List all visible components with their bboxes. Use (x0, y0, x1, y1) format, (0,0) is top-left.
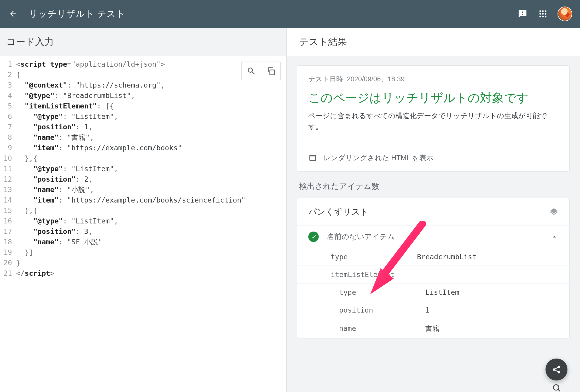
property-value: BreadcrumbList (417, 253, 477, 261)
svg-point-4 (542, 13, 544, 15)
unnamed-item-label: 名前のないアイテム (327, 232, 542, 242)
layers-icon (549, 207, 558, 216)
property-key: type (339, 288, 425, 296)
property-row: position1 (297, 301, 569, 319)
copy-icon (266, 67, 275, 76)
property-key: name (339, 324, 425, 332)
chevron-up-icon (550, 233, 558, 241)
results-title: テスト結果 (287, 28, 580, 56)
app-title: リッチリザルト テスト (29, 8, 517, 20)
svg-point-5 (545, 13, 547, 15)
detected-items-card: パンくずリスト 名前のないアイテム typeBreadcrumbListitem… (297, 198, 570, 338)
property-row: name書籍 (297, 319, 569, 338)
line-gutter: 123456789101112131415161718192021 (0, 59, 16, 279)
property-row: itemListElement (297, 266, 569, 284)
app-header: リッチリザルト テスト (0, 0, 580, 28)
detected-items-label: 検出されたアイテム数 (297, 172, 570, 192)
feedback-icon (518, 9, 527, 19)
property-row: typeBreadcrumbList (297, 248, 569, 266)
back-button[interactable] (8, 9, 18, 19)
property-value: 書籍 (425, 324, 439, 333)
svg-rect-9 (270, 70, 274, 75)
svg-point-11 (558, 366, 560, 368)
result-description: ページに含まれるすべての構造化データでリッチリザルトの生成が可能です。 (308, 111, 558, 132)
svg-point-8 (545, 16, 547, 18)
status-valid-icon (308, 232, 319, 242)
property-row: typeListItem (297, 284, 569, 301)
svg-point-7 (542, 16, 544, 18)
results-pane: テスト結果 テスト日時: 2020/09/06、18:39 このページはリッチリ… (286, 28, 580, 392)
search-bottom-icon (551, 383, 562, 392)
code-pane-title: コード入力 (0, 28, 286, 56)
svg-point-0 (540, 10, 541, 12)
feedback-button[interactable] (517, 8, 528, 20)
property-value: ListItem (425, 288, 459, 296)
editor-toolbar (241, 61, 281, 81)
search-icon (247, 66, 256, 76)
result-headline: このページはリッチリザルトの対象です (308, 89, 558, 107)
svg-point-2 (545, 10, 547, 12)
search-icon (552, 383, 561, 392)
copy-code-button[interactable] (261, 61, 280, 81)
svg-point-12 (553, 368, 555, 371)
web-page-icon (308, 153, 317, 162)
apps-button[interactable] (537, 8, 549, 20)
share-icon (552, 365, 561, 374)
header-actions (517, 7, 572, 21)
apps-icon (538, 9, 548, 19)
code-editor[interactable]: 123456789101112131415161718192021 <scrip… (0, 56, 286, 392)
svg-point-13 (558, 371, 560, 373)
search-code-button[interactable] (242, 61, 261, 81)
property-value: 1 (425, 306, 430, 314)
svg-point-14 (553, 385, 559, 390)
breadcrumb-group-title: パンくずリスト (308, 206, 369, 218)
svg-point-1 (542, 10, 544, 12)
editor-body: 123456789101112131415161718192021 <scrip… (0, 56, 286, 282)
svg-point-6 (540, 16, 541, 18)
property-key: position (339, 306, 425, 314)
property-key: itemListElement (331, 270, 417, 279)
breadcrumb-group-header[interactable]: パンくずリスト (297, 198, 569, 226)
svg-point-3 (540, 13, 541, 15)
account-avatar[interactable] (558, 7, 572, 21)
code-pane: コード入力 123456789101112131415161718192021 … (0, 28, 286, 392)
share-fab[interactable] (546, 359, 567, 381)
unnamed-item-row[interactable]: 名前のないアイテム (297, 226, 569, 248)
summary-card: テスト日時: 2020/09/06、18:39 このページはリッチリザルトの対象… (297, 65, 570, 172)
code-text[interactable]: <script type="application/ld+json">{ "@c… (16, 59, 246, 279)
tested-at: テスト日時: 2020/09/06、18:39 (308, 74, 558, 84)
property-key: type (331, 253, 417, 261)
item-properties: typeBreadcrumbListitemListElementtypeLis… (297, 248, 569, 338)
view-rendered-html-label: レンダリングされた HTML を表示 (323, 153, 434, 163)
arrow-left-icon (9, 9, 18, 18)
view-rendered-html[interactable]: レンダリングされた HTML を表示 (308, 144, 558, 171)
